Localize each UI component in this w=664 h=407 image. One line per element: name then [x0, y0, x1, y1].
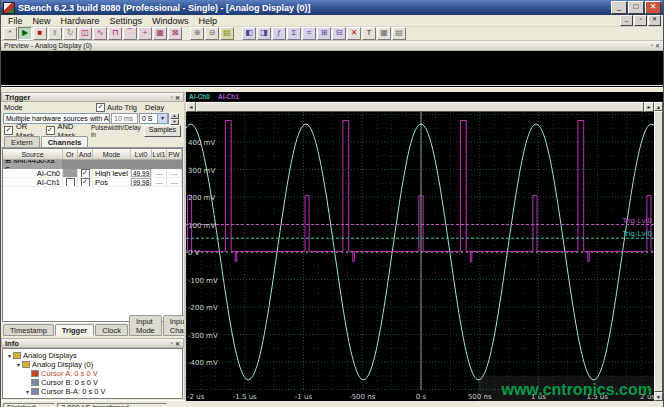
maximize-button[interactable]: □ — [628, 1, 644, 14]
vertical-scrollbar[interactable]: ▲ ▼ — [654, 102, 663, 401]
tree-item[interactable]: ▾Analog Displays — [3, 351, 182, 360]
spectrum-display-icon[interactable]: ⌒ — [123, 27, 137, 40]
column-header-and[interactable]: And — [78, 149, 93, 159]
tab-extern[interactable]: Extern — [4, 136, 40, 147]
output-settings-icon[interactable]: ◨ — [257, 27, 271, 40]
column-header-source[interactable]: Source — [3, 149, 63, 159]
new-project-icon[interactable]: * — [3, 27, 17, 40]
pause-acquisition-icon[interactable]: ‖ — [48, 27, 62, 40]
level0-value[interactable]: 49.99 ... — [131, 169, 151, 177]
and-mask-cell[interactable]: ✓ — [78, 178, 93, 187]
scroll-up-icon[interactable]: ▲ — [654, 102, 663, 111]
column-header-mode[interactable]: Mode — [93, 149, 131, 159]
or-mask-cell[interactable] — [63, 169, 78, 178]
grid-view-icon[interactable]: ▦ — [377, 27, 391, 40]
filter-signal-icon[interactable]: ≈ — [302, 27, 316, 40]
tree-item[interactable]: ▾Cursor B-A: 0 s 0 V — [3, 387, 182, 396]
close-panel-icon[interactable]: ✕ — [655, 42, 660, 49]
input-settings-icon[interactable]: ◧ — [242, 27, 256, 40]
tree-expander-icon[interactable]: ▾ — [24, 388, 31, 395]
menu-new[interactable]: New — [28, 16, 56, 26]
chevron-down-icon[interactable]: ▾ — [157, 113, 168, 124]
text-annotation-icon[interactable]: T — [362, 27, 376, 40]
tab-clock[interactable]: Clock — [95, 324, 128, 336]
menu-file[interactable]: File — [3, 16, 28, 26]
column-header-or[interactable]: Or — [63, 149, 78, 159]
restart-acquisition-icon[interactable]: ↻ — [63, 27, 77, 40]
tab-timestamp[interactable]: Timestamp — [3, 324, 54, 336]
tree-expander-icon[interactable]: ▾ — [6, 352, 13, 359]
delay-spinner[interactable]: ▲▼ — [170, 113, 179, 124]
combine-channels-icon[interactable]: ⊞ — [317, 27, 331, 40]
channel-label-ai-ch1[interactable]: AI-Ch1 — [218, 93, 239, 100]
delay-value-select[interactable]: 0 S ▾ — [139, 113, 169, 124]
close-button[interactable]: ✕ — [645, 1, 661, 14]
menu-settings[interactable]: Settings — [105, 16, 148, 26]
close-panel-icon[interactable]: ✕ — [175, 340, 180, 347]
scroll-down-icon[interactable]: ▼ — [654, 392, 663, 401]
and-checkbox[interactable]: ✓ — [81, 169, 90, 178]
tab-channels[interactable]: Channels — [41, 136, 89, 147]
level0-cell[interactable]: 99.98 ... — [131, 178, 152, 187]
stop-acquisition-icon[interactable]: ■ — [33, 27, 47, 40]
horizontal-scroll-thumb[interactable] — [196, 102, 644, 112]
trigger-mode-cell[interactable]: High level — [93, 169, 131, 178]
mdi-close-button[interactable]: ✕ — [648, 15, 661, 26]
level0-cell[interactable]: 49.99 ... — [131, 169, 152, 178]
zoom-out-icon[interactable]: ⊖ — [205, 27, 219, 40]
table-row[interactable]: AI-Ch0✓High level49.99 ...------ — [3, 169, 182, 178]
mdi-restore-button[interactable]: ▫ — [634, 15, 647, 26]
close-panel-icon[interactable]: ✕ — [175, 94, 180, 101]
tree-item[interactable]: x(Hz) = 0 Hz — [3, 396, 182, 399]
channel-label-ai-ch0[interactable]: AI-Ch0 — [189, 93, 210, 100]
preview-display-icon[interactable]: ◫ — [78, 27, 92, 40]
and-mask-cell[interactable]: ✓ — [78, 169, 93, 178]
scroll-left-icon[interactable]: ◄ — [186, 102, 196, 112]
column-header-lvl1[interactable]: Lvl1 — [152, 149, 167, 159]
tree-item[interactable]: Cursor B: 0 s 0 V — [3, 378, 182, 387]
table-group-row[interactable]: ⊞ M4i.4450-x8 S... — [3, 160, 182, 169]
xy-display-icon[interactable]: + — [138, 27, 152, 40]
vertical-scroll-thumb[interactable] — [654, 111, 663, 392]
float-panel-icon[interactable]: ▫ — [171, 340, 173, 347]
tab-input-mode[interactable]: Input Mode — [129, 315, 162, 336]
trigger-mode-cell[interactable]: Pos — [93, 178, 131, 187]
multi-display-icon[interactable]: ▦ — [153, 27, 167, 40]
float-panel-icon[interactable]: ▫ — [171, 94, 173, 101]
zoom-in-icon[interactable]: ⊕ — [190, 27, 204, 40]
column-header-pw[interactable]: PW — [167, 149, 182, 159]
delete-signal-icon[interactable]: ✕ — [347, 27, 361, 40]
auto-trig-timeout-field[interactable]: 10 ms — [111, 113, 138, 124]
analog-display-icon[interactable]: ∿ — [93, 27, 107, 40]
mdi-minimize-button[interactable]: _ — [620, 15, 633, 26]
scroll-right-icon[interactable]: ► — [644, 102, 654, 112]
or-mask-cell[interactable] — [63, 178, 78, 187]
tree-item[interactable]: Cursor A: 0 s 0 V — [3, 369, 182, 378]
merge-signals-icon[interactable]: ⊟ — [332, 27, 346, 40]
function-generator-icon[interactable]: ƒ — [272, 27, 286, 40]
waveform-plot[interactable]: Trig-Lvl0Trig-Lvl0400 mV300 mV200 mV100 … — [186, 112, 663, 400]
save-data-icon[interactable]: ▤ — [220, 27, 234, 40]
preview-display-area[interactable] — [1, 51, 663, 87]
menu-help[interactable]: Help — [194, 16, 223, 26]
digital-display-icon[interactable]: ⊓ — [108, 27, 122, 40]
tree-item[interactable]: ▾Analog Display (0) — [3, 360, 182, 369]
menu-hardware[interactable]: Hardware — [56, 16, 105, 26]
tree-expander-icon[interactable]: ▾ — [15, 361, 22, 368]
tab-trigger[interactable]: Trigger — [55, 324, 94, 336]
properties-view-icon[interactable]: ▤ — [392, 27, 406, 40]
level0-value[interactable]: 99.98 ... — [131, 178, 151, 186]
column-header-lvl0[interactable]: Lvl0 — [131, 149, 152, 159]
and-mask-checkbox[interactable]: ✓ — [46, 126, 55, 135]
minimize-button[interactable]: _ — [611, 1, 627, 14]
menu-windows[interactable]: Windows — [147, 16, 194, 26]
close-display-icon[interactable]: ⊠ — [168, 27, 182, 40]
or-mask-checkbox[interactable]: ✓ — [4, 126, 13, 135]
auto-trig-checkbox[interactable]: ✓ — [96, 103, 105, 112]
calculation-icon[interactable]: Σ — [287, 27, 301, 40]
start-acquisition-icon[interactable]: ▶ — [18, 27, 32, 40]
float-panel-icon[interactable]: ▫ — [651, 42, 653, 49]
horizontal-scrollbar[interactable]: ◄ ► — [186, 102, 654, 112]
and-checkbox[interactable]: ✓ — [81, 178, 90, 187]
or-checkbox[interactable] — [66, 178, 75, 187]
